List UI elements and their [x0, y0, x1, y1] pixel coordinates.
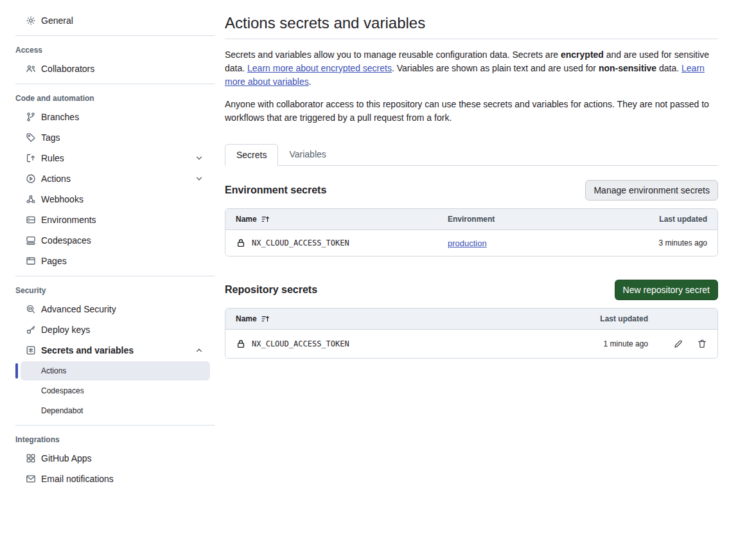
- sidebar-item-github-apps[interactable]: GitHub Apps: [0, 448, 215, 469]
- sidebar-item-tags[interactable]: Tags: [0, 127, 215, 148]
- intro-text: .: [309, 76, 312, 87]
- intro-bold-non-sensitive: non-sensitive: [599, 63, 656, 73]
- intro-paragraph-2: Anyone with collaborator access to this …: [225, 98, 718, 125]
- mail-icon: [26, 474, 36, 484]
- git-branch-icon: [26, 112, 36, 122]
- tab-variables[interactable]: Variables: [278, 144, 337, 165]
- sidebar-item-secrets-and-variables[interactable]: Secrets and variables: [0, 340, 215, 361]
- column-header-name[interactable]: Name: [225, 209, 437, 229]
- play-circle-icon: [26, 174, 36, 184]
- sidebar-section-security: Security: [0, 281, 215, 299]
- server-icon: [26, 215, 36, 225]
- webhook-icon: [26, 194, 36, 204]
- sidebar-section-code-and-automation: Code and automation: [0, 89, 215, 107]
- sidebar-item-label: Advanced Security: [41, 304, 116, 314]
- column-header-name[interactable]: Name: [225, 309, 549, 329]
- repository-secrets-heading: Repository secrets: [225, 284, 317, 296]
- sidebar-subitem-dependabot[interactable]: Dependabot: [21, 401, 210, 420]
- lock-icon: [236, 339, 246, 349]
- secret-name: NX_CLOUD_ACCESS_TOKEN: [252, 339, 349, 348]
- sidebar-item-label: Deploy keys: [41, 325, 90, 335]
- intro-text: data.: [656, 63, 681, 73]
- people-icon: [26, 64, 36, 74]
- column-header-actions-spacer: [658, 313, 717, 325]
- intro-bold-encrypted: encrypted: [561, 49, 604, 60]
- sidebar-item-email-notifications[interactable]: Email notifications: [0, 469, 215, 489]
- browser-icon: [26, 256, 36, 266]
- sidebar-subitem-codespaces[interactable]: Codespaces: [21, 381, 210, 400]
- sidebar-item-label: Pages: [41, 256, 67, 266]
- sidebar-divider: [15, 425, 215, 426]
- gear-icon: [26, 15, 36, 26]
- sidebar-item-rules[interactable]: Rules: [0, 148, 215, 168]
- sidebar-item-actions[interactable]: Actions: [0, 168, 215, 189]
- sidebar-item-pages[interactable]: Pages: [0, 251, 215, 271]
- secret-name-cell: NX_CLOUD_ACCESS_TOKEN: [225, 331, 549, 357]
- new-repository-secret-button[interactable]: New repository secret: [615, 280, 718, 300]
- intro-text: Secrets and variables allow you to manag…: [225, 49, 561, 60]
- sidebar-item-label: Secrets and variables: [41, 345, 134, 355]
- secrets-variables-tabs: Secrets Variables: [225, 144, 718, 166]
- environment-secrets-header-row: Environment secrets Manage environment s…: [225, 180, 718, 201]
- sidebar-subitem-label: Dependabot: [41, 406, 83, 415]
- tag-icon: [26, 132, 36, 143]
- sidebar-subitem-label: Actions: [41, 366, 66, 375]
- environment-secrets-table-header: Name Environment Last updated: [225, 209, 717, 230]
- active-indicator: [15, 363, 18, 379]
- sidebar-section-integrations: Integrations: [0, 430, 215, 448]
- intro-text: . Variables are shown as plain text and …: [392, 63, 599, 73]
- sidebar-subitem-actions[interactable]: Actions: [21, 361, 210, 381]
- sidebar-divider: [15, 35, 215, 36]
- codescan-icon: [26, 304, 36, 314]
- sidebar-item-label: General: [41, 15, 73, 26]
- chevron-down-icon[interactable]: [195, 174, 204, 183]
- table-row: NX_CLOUD_ACCESS_TOKEN production 3 minut…: [225, 230, 717, 256]
- apps-grid-icon: [26, 453, 36, 463]
- sidebar-item-label: Environments: [41, 215, 96, 225]
- settings-page: General Access Collaborators Code and au…: [0, 0, 756, 538]
- sidebar-item-collaborators[interactable]: Collaborators: [0, 58, 215, 79]
- column-header-environment: Environment: [437, 209, 589, 229]
- environment-secrets-heading: Environment secrets: [225, 184, 326, 196]
- settings-sidebar: General Access Collaborators Code and au…: [0, 0, 215, 538]
- sidebar-item-webhooks[interactable]: Webhooks: [0, 189, 215, 210]
- column-header-last-updated: Last updated: [549, 309, 658, 329]
- sidebar-item-environments[interactable]: Environments: [0, 210, 215, 230]
- manage-environment-secrets-button[interactable]: Manage environment secrets: [585, 180, 718, 201]
- sidebar-item-label: Email notifications: [41, 474, 114, 484]
- sort-ascending-icon: [261, 215, 270, 224]
- last-updated-value: 1 minute ago: [549, 332, 658, 356]
- codespaces-icon: [26, 235, 36, 246]
- sidebar-section-access: Access: [0, 40, 215, 58]
- pencil-icon[interactable]: [673, 339, 683, 349]
- sidebar-divider: [15, 276, 215, 276]
- sidebar-item-deploy-keys[interactable]: Deploy keys: [0, 319, 215, 340]
- sidebar-item-label: Branches: [41, 112, 79, 122]
- sidebar-item-label: Actions: [41, 174, 71, 184]
- sort-ascending-icon: [261, 314, 270, 323]
- repository-secrets-table-header: Name Last updated: [225, 309, 717, 330]
- sidebar-item-general[interactable]: General: [0, 10, 215, 31]
- sidebar-item-advanced-security[interactable]: Advanced Security: [0, 299, 215, 319]
- learn-more-encrypted-secrets-link[interactable]: Learn more about encrypted secrets: [247, 63, 392, 73]
- key-icon: [26, 325, 36, 335]
- sidebar-item-branches[interactable]: Branches: [0, 107, 215, 127]
- sidebar-item-label: Codespaces: [41, 235, 91, 246]
- secret-name-cell: NX_CLOUD_ACCESS_TOKEN: [225, 230, 437, 256]
- repository-secrets-header-row: Repository secrets New repository secret: [225, 280, 718, 300]
- sidebar-item-label: GitHub Apps: [41, 453, 92, 463]
- chevron-down-icon[interactable]: [195, 154, 204, 163]
- main-content: Actions secrets and variables Secrets an…: [225, 0, 718, 538]
- lock-icon: [236, 238, 246, 248]
- trash-icon[interactable]: [697, 339, 707, 349]
- environment-link[interactable]: production: [448, 238, 487, 248]
- sidebar-item-label: Webhooks: [41, 194, 84, 204]
- sidebar-item-label: Rules: [41, 153, 64, 163]
- intro-paragraph-1: Secrets and variables allow you to manag…: [225, 48, 718, 89]
- sidebar-item-codespaces[interactable]: Codespaces: [0, 230, 215, 251]
- sidebar-divider: [15, 84, 215, 84]
- tab-secrets[interactable]: Secrets: [225, 144, 278, 166]
- page-title: Actions secrets and variables: [225, 13, 718, 39]
- row-actions: [658, 339, 717, 349]
- chevron-up-icon[interactable]: [195, 346, 204, 355]
